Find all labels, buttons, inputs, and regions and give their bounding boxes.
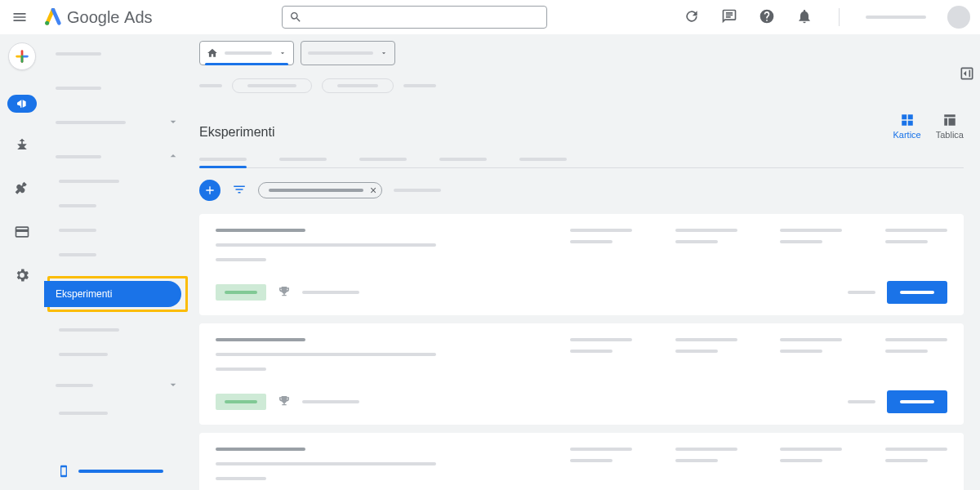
view-cards[interactable]: Kartice: [893, 113, 921, 140]
rail-settings-icon[interactable]: [14, 267, 30, 286]
rail-billing-icon[interactable]: [14, 224, 30, 243]
trophy-icon: [278, 285, 291, 301]
logo-text: Google Ads: [67, 8, 153, 27]
plus-icon: [203, 184, 216, 197]
dropdown-caret-icon: [380, 47, 388, 60]
nav-item[interactable]: [44, 46, 191, 62]
view-switch: Kartice Tablica: [893, 113, 964, 140]
nav-subitem[interactable]: [44, 346, 191, 363]
subtabs: [199, 151, 964, 168]
nav-item-expanded[interactable]: [44, 149, 191, 165]
header-actions: [684, 6, 970, 29]
crumb[interactable]: [403, 84, 436, 87]
nav-subitem[interactable]: [44, 247, 191, 263]
status-badge: [216, 284, 266, 301]
nav-footer-link[interactable]: [44, 459, 191, 483]
toolbar: ×: [199, 180, 964, 201]
home-icon: [207, 47, 218, 59]
nav-subitem[interactable]: [44, 198, 191, 214]
app-header: Google Ads: [0, 0, 980, 34]
subtab[interactable]: [199, 151, 247, 167]
account-placeholder: [866, 16, 926, 19]
chevron-down-icon: [167, 378, 180, 394]
scope-selectors: [199, 41, 964, 65]
card-title[interactable]: [216, 229, 305, 232]
card-meta: [216, 258, 266, 261]
avatar[interactable]: [947, 6, 970, 29]
subtab[interactable]: [439, 151, 487, 167]
collapse-panel-icon[interactable]: [959, 65, 975, 84]
breadcrumb: [199, 78, 964, 93]
chip-remove-icon[interactable]: ×: [370, 184, 376, 197]
subtab[interactable]: [519, 151, 567, 167]
metric: [675, 229, 737, 261]
help-icon[interactable]: [759, 8, 775, 27]
toolbar-placeholder: [394, 189, 441, 192]
hamburger-icon[interactable]: [10, 7, 29, 27]
dropdown-caret-icon: [278, 47, 287, 60]
filter-chip[interactable]: ×: [258, 182, 382, 198]
metric: [570, 229, 632, 261]
nav-subitem[interactable]: [44, 173, 191, 189]
nav-item-collapsible[interactable]: [44, 377, 191, 394]
experiment-card: [199, 433, 964, 490]
nav-item[interactable]: [44, 80, 191, 96]
crumb-chip[interactable]: [322, 78, 394, 93]
chevron-up-icon: [167, 149, 180, 165]
status-badge: [216, 394, 266, 410]
crumb-chip[interactable]: [232, 78, 312, 93]
rail-campaigns[interactable]: [7, 95, 37, 113]
primary-cta-button[interactable]: [887, 281, 947, 304]
nav-item-experiments[interactable]: Eksperimenti: [44, 281, 181, 307]
secondary-action[interactable]: [848, 291, 875, 294]
experiment-card: [199, 214, 964, 315]
experiment-cards: [199, 214, 964, 490]
message-icon[interactable]: [721, 8, 737, 27]
filter-icon[interactable]: [232, 182, 247, 199]
trophy-icon: [278, 394, 291, 410]
search-icon: [289, 11, 302, 24]
view-table[interactable]: Tablica: [936, 113, 964, 140]
rail-tools-icon[interactable]: [14, 180, 30, 199]
main-content: Eksperimenti Kartice Tablica: [191, 34, 980, 490]
experiment-card: [199, 323, 964, 425]
table-icon: [942, 113, 957, 127]
nav-subitem[interactable]: [44, 322, 191, 338]
left-nav: Eksperimenti: [44, 34, 191, 490]
create-button[interactable]: [8, 42, 36, 70]
card-note: [302, 291, 359, 294]
add-experiment-button[interactable]: [199, 180, 220, 201]
rail-goals-icon[interactable]: [14, 137, 30, 156]
refresh-icon[interactable]: [684, 8, 700, 27]
svg-point-0: [45, 21, 49, 25]
mobile-icon: [57, 465, 70, 478]
metric: [780, 229, 842, 261]
crumb[interactable]: [199, 84, 222, 87]
nav-subitem[interactable]: [44, 222, 191, 238]
campaign-selector[interactable]: [301, 41, 395, 65]
subtab[interactable]: [359, 151, 407, 167]
metric: [885, 229, 947, 261]
product-logo: Google Ads: [44, 8, 153, 27]
page-title: Eksperimenti: [199, 125, 274, 140]
subtab[interactable]: [279, 151, 327, 167]
search-input[interactable]: [282, 6, 547, 29]
google-ads-logo-icon: [44, 8, 62, 26]
divider: [839, 8, 840, 26]
cards-icon: [900, 113, 915, 127]
nav-subitem[interactable]: [44, 405, 191, 421]
secondary-action[interactable]: [848, 400, 875, 403]
notifications-icon[interactable]: [796, 8, 813, 27]
card-subtitle: [216, 243, 436, 247]
search-container: [282, 6, 547, 29]
icon-rail: [0, 34, 44, 490]
chevron-down-icon: [167, 115, 180, 131]
account-selector[interactable]: [199, 41, 294, 65]
primary-cta-button[interactable]: [887, 390, 947, 413]
nav-item-collapsible[interactable]: [44, 114, 191, 131]
